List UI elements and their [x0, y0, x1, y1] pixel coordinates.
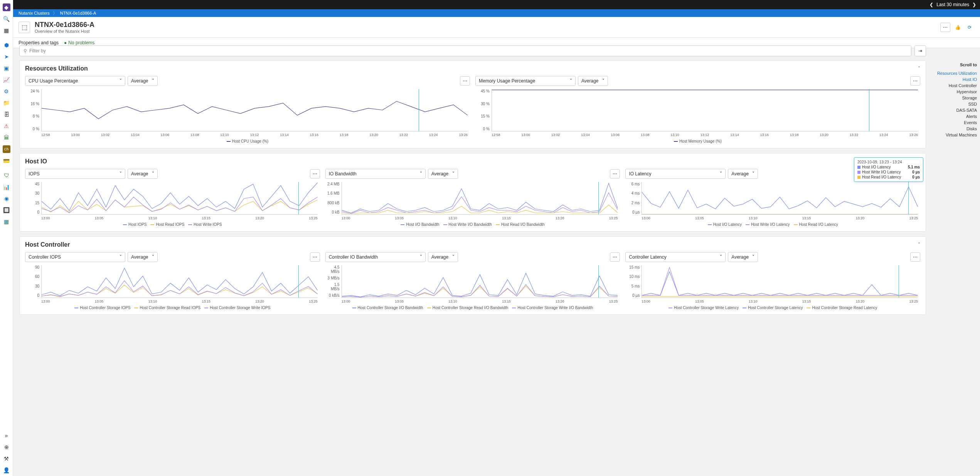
time-range-label[interactable]: Last 30 minutes [936, 2, 969, 7]
main-content: ⚲ Filter by ⇥ Resources Utilization ˄ CP… [13, 42, 980, 48]
page-title: NTNX-0e1d3866-A [35, 21, 94, 29]
search-icon[interactable]: 🔍 [3, 15, 10, 23]
page-header: ⬚ NTNX-0e1d3866-A Overview of the Nutani… [0, 17, 980, 38]
time-next-icon[interactable]: ❯ [972, 2, 976, 7]
nav-cube-icon[interactable]: ⬢ [3, 41, 10, 48]
collapse-panel-button[interactable]: ⇥ [914, 45, 926, 48]
filter-input[interactable]: ⚲ Filter by [19, 45, 911, 48]
apps-icon[interactable]: ▦ [3, 27, 10, 34]
time-prev-icon[interactable]: ❮ [929, 2, 933, 7]
page-subtitle: Overview of the Nutanix Host [35, 29, 94, 34]
breadcrumb-root[interactable]: Nutanix Clusters [15, 10, 53, 16]
thumbs-up-button[interactable]: 👍 [953, 23, 963, 32]
refresh-button[interactable]: ⟳ [965, 23, 974, 32]
host-icon: ⬚ [19, 22, 30, 33]
breadcrumb-leaf[interactable]: NTNX-0e1d3866-A [57, 10, 99, 16]
logo-icon[interactable]: ◆ [3, 3, 10, 11]
left-nav-rail: ◆ 🔍 ▦ ⬢ ➤ ▣ 📈 ⚙ 📁 🗄 ⚠ 🏛 Ch 💳 🛡 📊 ◉ 🔲 ▦ »… [0, 0, 13, 48]
global-time-bar: ❮ Last 30 minutes ❯ [0, 0, 980, 9]
more-actions-button[interactable]: ⋯ [940, 23, 950, 32]
breadcrumb: Nutanix Clusters 〉 NTNX-0e1d3866-A [0, 9, 980, 17]
chevron-right-icon: 〉 [53, 10, 57, 16]
